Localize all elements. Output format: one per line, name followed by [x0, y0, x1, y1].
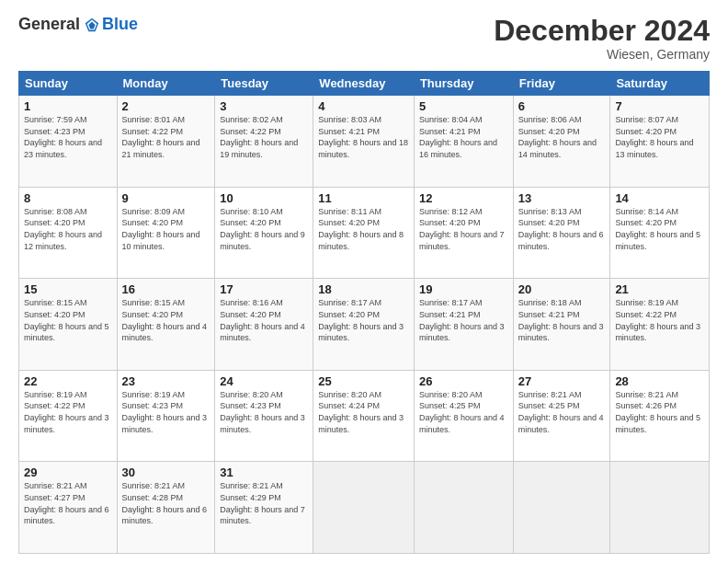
day-info: Sunrise: 8:09 AMSunset: 4:20 PMDaylight:…	[122, 207, 200, 251]
day-number: 6	[518, 99, 606, 113]
calendar-cell: 10 Sunrise: 8:10 AMSunset: 4:20 PMDaylig…	[215, 187, 313, 279]
calendar-cell: 24 Sunrise: 8:20 AMSunset: 4:23 PMDaylig…	[215, 370, 313, 462]
day-number: 26	[419, 374, 508, 388]
day-number: 2	[122, 99, 210, 113]
day-number: 11	[318, 191, 409, 205]
page: General Blue December 2024 Wiesen, Germa…	[0, 0, 728, 563]
day-info: Sunrise: 8:17 AMSunset: 4:21 PMDaylight:…	[419, 298, 505, 342]
calendar-cell	[610, 462, 710, 554]
calendar-cell: 5 Sunrise: 8:04 AMSunset: 4:21 PMDayligh…	[414, 96, 513, 188]
day-info: Sunrise: 8:21 AMSunset: 4:28 PMDaylight:…	[122, 481, 208, 525]
day-info: Sunrise: 8:16 AMSunset: 4:20 PMDaylight:…	[220, 298, 305, 342]
day-info: Sunrise: 8:21 AMSunset: 4:29 PMDaylight:…	[220, 481, 305, 525]
day-info: Sunrise: 8:02 AMSunset: 4:22 PMDaylight:…	[220, 115, 298, 159]
day-number: 9	[122, 191, 210, 205]
title-section: December 2024 Wiesen, Germany	[494, 15, 710, 62]
calendar-cell: 9 Sunrise: 8:09 AMSunset: 4:20 PMDayligh…	[117, 187, 215, 279]
week-row-1: 1 Sunrise: 7:59 AMSunset: 4:23 PMDayligh…	[19, 96, 710, 188]
day-number: 14	[615, 191, 704, 205]
calendar-cell: 11 Sunrise: 8:11 AMSunset: 4:20 PMDaylig…	[313, 187, 415, 279]
day-info: Sunrise: 8:13 AMSunset: 4:20 PMDaylight:…	[518, 207, 604, 251]
day-header-tuesday: Tuesday	[215, 72, 313, 96]
header: General Blue December 2024 Wiesen, Germa…	[18, 15, 710, 62]
day-number: 29	[24, 465, 112, 479]
logo-flag-icon	[84, 17, 100, 33]
calendar-cell: 31 Sunrise: 8:21 AMSunset: 4:29 PMDaylig…	[215, 462, 313, 554]
day-number: 19	[419, 282, 508, 296]
day-header-sunday: Sunday	[19, 72, 118, 96]
month-title: December 2024	[494, 15, 710, 47]
day-number: 25	[318, 374, 409, 388]
calendar-cell: 28 Sunrise: 8:21 AMSunset: 4:26 PMDaylig…	[610, 370, 710, 462]
calendar-cell: 19 Sunrise: 8:17 AMSunset: 4:21 PMDaylig…	[414, 279, 513, 371]
calendar-cell: 2 Sunrise: 8:01 AMSunset: 4:22 PMDayligh…	[117, 96, 215, 188]
day-info: Sunrise: 8:18 AMSunset: 4:21 PMDaylight:…	[518, 298, 604, 342]
day-number: 24	[220, 374, 308, 388]
day-number: 30	[122, 465, 210, 479]
day-info: Sunrise: 8:19 AMSunset: 4:22 PMDaylight:…	[24, 390, 109, 434]
day-info: Sunrise: 8:21 AMSunset: 4:26 PMDaylight:…	[615, 390, 700, 434]
day-number: 16	[122, 282, 210, 296]
week-row-4: 22 Sunrise: 8:19 AMSunset: 4:22 PMDaylig…	[19, 370, 710, 462]
calendar-cell: 18 Sunrise: 8:17 AMSunset: 4:20 PMDaylig…	[313, 279, 415, 371]
calendar-cell: 3 Sunrise: 8:02 AMSunset: 4:22 PMDayligh…	[215, 96, 313, 188]
day-number: 10	[220, 191, 308, 205]
day-number: 17	[220, 282, 308, 296]
calendar-cell: 20 Sunrise: 8:18 AMSunset: 4:21 PMDaylig…	[513, 279, 610, 371]
day-number: 27	[518, 374, 606, 388]
calendar-cell: 12 Sunrise: 8:12 AMSunset: 4:20 PMDaylig…	[414, 187, 513, 279]
day-number: 5	[419, 99, 508, 113]
day-info: Sunrise: 8:21 AMSunset: 4:25 PMDaylight:…	[518, 390, 604, 434]
week-row-2: 8 Sunrise: 8:08 AMSunset: 4:20 PMDayligh…	[19, 187, 710, 279]
day-info: Sunrise: 8:08 AMSunset: 4:20 PMDaylight:…	[24, 207, 102, 251]
day-number: 8	[24, 191, 112, 205]
calendar-cell: 25 Sunrise: 8:20 AMSunset: 4:24 PMDaylig…	[313, 370, 415, 462]
logo-general-text: General	[18, 15, 80, 34]
day-info: Sunrise: 8:11 AMSunset: 4:20 PMDaylight:…	[318, 207, 404, 251]
day-info: Sunrise: 8:14 AMSunset: 4:20 PMDaylight:…	[615, 207, 700, 251]
calendar-cell: 26 Sunrise: 8:20 AMSunset: 4:25 PMDaylig…	[414, 370, 513, 462]
day-number: 12	[419, 191, 508, 205]
day-info: Sunrise: 8:06 AMSunset: 4:20 PMDaylight:…	[518, 115, 597, 159]
logo-blue-text: Blue	[102, 15, 138, 34]
day-number: 20	[518, 282, 606, 296]
day-header-wednesday: Wednesday	[313, 72, 415, 96]
day-number: 28	[615, 374, 704, 388]
calendar-cell: 21 Sunrise: 8:19 AMSunset: 4:22 PMDaylig…	[610, 279, 710, 371]
calendar-cell: 6 Sunrise: 8:06 AMSunset: 4:20 PMDayligh…	[513, 96, 610, 188]
day-info: Sunrise: 8:20 AMSunset: 4:23 PMDaylight:…	[220, 390, 305, 434]
calendar-cell: 22 Sunrise: 8:19 AMSunset: 4:22 PMDaylig…	[19, 370, 118, 462]
calendar-cell: 15 Sunrise: 8:15 AMSunset: 4:20 PMDaylig…	[19, 279, 118, 371]
day-info: Sunrise: 8:12 AMSunset: 4:20 PMDaylight:…	[419, 207, 505, 251]
day-number: 21	[615, 282, 704, 296]
day-info: Sunrise: 8:19 AMSunset: 4:23 PMDaylight:…	[122, 390, 208, 434]
calendar-cell: 29 Sunrise: 8:21 AMSunset: 4:27 PMDaylig…	[19, 462, 118, 554]
day-info: Sunrise: 7:59 AMSunset: 4:23 PMDaylight:…	[24, 115, 102, 159]
day-number: 15	[24, 282, 112, 296]
calendar-cell: 4 Sunrise: 8:03 AMSunset: 4:21 PMDayligh…	[313, 96, 415, 188]
day-info: Sunrise: 8:15 AMSunset: 4:20 PMDaylight:…	[24, 298, 109, 342]
day-number: 23	[122, 374, 210, 388]
day-number: 18	[318, 282, 409, 296]
week-row-5: 29 Sunrise: 8:21 AMSunset: 4:27 PMDaylig…	[19, 462, 710, 554]
day-info: Sunrise: 8:07 AMSunset: 4:20 PMDaylight:…	[615, 115, 693, 159]
subtitle: Wiesen, Germany	[494, 47, 710, 62]
day-info: Sunrise: 8:15 AMSunset: 4:20 PMDaylight:…	[122, 298, 208, 342]
day-number: 4	[318, 99, 409, 113]
day-info: Sunrise: 8:10 AMSunset: 4:20 PMDaylight:…	[220, 207, 305, 251]
calendar-header-row: SundayMondayTuesdayWednesdayThursdayFrid…	[19, 72, 710, 96]
calendar-cell: 27 Sunrise: 8:21 AMSunset: 4:25 PMDaylig…	[513, 370, 610, 462]
calendar-cell	[313, 462, 415, 554]
day-info: Sunrise: 8:17 AMSunset: 4:20 PMDaylight:…	[318, 298, 404, 342]
day-info: Sunrise: 8:20 AMSunset: 4:24 PMDaylight:…	[318, 390, 404, 434]
calendar-cell: 23 Sunrise: 8:19 AMSunset: 4:23 PMDaylig…	[117, 370, 215, 462]
day-number: 7	[615, 99, 704, 113]
day-info: Sunrise: 8:04 AMSunset: 4:21 PMDaylight:…	[419, 115, 497, 159]
day-header-friday: Friday	[513, 72, 610, 96]
day-number: 22	[24, 374, 112, 388]
calendar-cell: 17 Sunrise: 8:16 AMSunset: 4:20 PMDaylig…	[215, 279, 313, 371]
calendar-cell: 7 Sunrise: 8:07 AMSunset: 4:20 PMDayligh…	[610, 96, 710, 188]
calendar: SundayMondayTuesdayWednesdayThursdayFrid…	[18, 71, 710, 554]
calendar-cell: 1 Sunrise: 7:59 AMSunset: 4:23 PMDayligh…	[19, 96, 118, 188]
day-number: 31	[220, 465, 308, 479]
